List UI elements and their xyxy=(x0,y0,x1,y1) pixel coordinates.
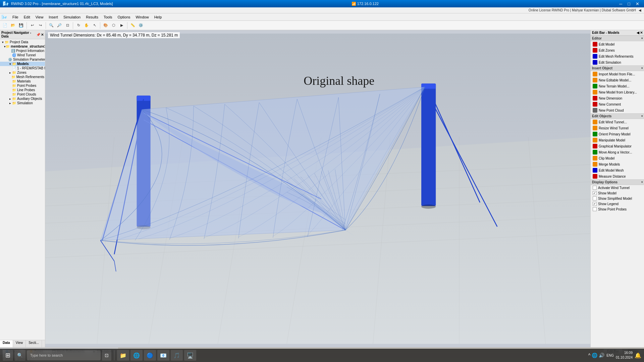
taskbar-edge[interactable]: 🌐 xyxy=(130,350,143,361)
toolbar-select[interactable]: ↖ xyxy=(91,22,98,29)
menu-results[interactable]: Results xyxy=(83,14,101,20)
toolbar-zoom-in[interactable]: 🔍 xyxy=(48,22,55,29)
checkbox-activate-wt[interactable] xyxy=(593,186,597,190)
tree-rfem-model[interactable]: 📄 1 - RFEM/RSTAB Mo xyxy=(0,66,45,70)
toolbar-save[interactable]: 💾 xyxy=(17,22,25,29)
item-edit-simulation[interactable]: Edit Simulation xyxy=(591,59,644,65)
item-import-model[interactable]: Import Model from File... xyxy=(591,71,644,77)
tree-simulation[interactable]: ▸ 📁 Simulation xyxy=(0,101,45,105)
item-edit-model[interactable]: Edit Model xyxy=(591,41,644,47)
tree-models[interactable]: ▾ 📁 Models xyxy=(0,62,45,66)
search-button[interactable]: 🔍 xyxy=(14,350,25,361)
tree-expand-models[interactable]: ▾ xyxy=(8,62,12,66)
item-merge-models[interactable]: Merge Models xyxy=(591,161,644,167)
toolbar-rotate[interactable]: ↻ xyxy=(75,22,82,29)
item-show-point-probes[interactable]: Show Point Probes xyxy=(591,206,644,212)
toolbar-settings[interactable]: ⚙️ xyxy=(137,22,145,29)
panel-arrow-icon[interactable]: ◀ xyxy=(637,31,639,35)
minimize-license-icon[interactable]: ◀ xyxy=(639,8,641,12)
maximize-button[interactable]: □ xyxy=(626,1,632,6)
tree-sim-params[interactable]: ⚙️ Simulation Parameters xyxy=(0,57,45,62)
tab-view[interactable]: View xyxy=(13,340,26,347)
item-activate-wind-tunnel[interactable]: Activate Wind Tunnel xyxy=(591,185,644,190)
tree-point-probes[interactable]: 📁 Point Probes xyxy=(0,83,45,88)
tray-up-arrow[interactable]: ^ xyxy=(588,353,591,358)
toolbar-pan[interactable]: ✋ xyxy=(83,22,90,29)
tree-line-probes[interactable]: 📁 Line Probes xyxy=(0,88,45,92)
tree-materials[interactable]: 📁 Materials xyxy=(0,79,45,83)
toolbar-redo[interactable]: ↪ xyxy=(37,22,44,29)
menu-tools[interactable]: Tools xyxy=(101,14,115,20)
taskbar-chrome[interactable]: 🔵 xyxy=(144,350,156,361)
tree-point-clouds[interactable]: 📁 Point Clouds xyxy=(0,92,45,97)
section-insert-arrow[interactable]: ▾ xyxy=(641,67,643,70)
section-edit-objects-arrow[interactable]: ▾ xyxy=(641,115,643,118)
item-show-legend[interactable]: ✓ Show Legend xyxy=(591,201,644,206)
menu-file[interactable]: File xyxy=(10,14,21,20)
menu-simulation[interactable]: Simulation xyxy=(61,14,83,20)
time-display[interactable]: 16:09 01.10.2024 xyxy=(616,351,633,360)
item-clip-model[interactable]: Clip Model xyxy=(591,155,644,161)
start-button[interactable]: ⊞ xyxy=(3,350,13,361)
tree-aux-objects[interactable]: ▸ 📁 Auxiliary Objects xyxy=(0,97,45,101)
item-new-comment[interactable]: New Comment xyxy=(591,101,644,107)
item-orient-primary-model[interactable]: Orient Primary Model xyxy=(591,131,644,137)
tree-membrane-structure[interactable]: ▾ 📁 membrane_structure1 xyxy=(0,44,45,49)
item-new-editable[interactable]: New Editable Model... xyxy=(591,77,644,83)
panel-close-right-icon[interactable]: ✕ xyxy=(640,31,643,35)
menu-help[interactable]: Help xyxy=(152,14,165,20)
menu-options[interactable]: Options xyxy=(115,14,133,20)
minimize-button[interactable]: ─ xyxy=(617,1,624,6)
menu-insert[interactable]: Insert xyxy=(46,14,61,20)
search-input[interactable] xyxy=(30,353,91,357)
toolbar-fit[interactable]: ⊡ xyxy=(64,22,71,29)
menu-window[interactable]: Window xyxy=(133,14,152,20)
tree-project-data[interactable]: ▾ 📁 Project Data xyxy=(0,40,45,44)
item-edit-mesh-refinements[interactable]: Edit Mesh Refinements xyxy=(591,53,644,59)
taskbar-mail[interactable]: 📧 xyxy=(157,350,169,361)
item-edit-wind-tunnel[interactable]: Edit Wind Tunnel... xyxy=(591,119,644,125)
close-button[interactable]: ✕ xyxy=(634,1,641,6)
tree-wind-tunnel[interactable]: 🌀 Wind Tunnel xyxy=(0,53,45,57)
item-resize-wind-tunnel[interactable]: Resize Wind Tunnel xyxy=(591,125,644,131)
notification-icon[interactable]: 🔔 xyxy=(635,352,641,359)
toolbar-simulate[interactable]: ▶ xyxy=(118,22,125,29)
checkbox-show-simplified[interactable] xyxy=(593,196,597,200)
menu-edit[interactable]: Edit xyxy=(21,14,33,20)
taskbar-app6[interactable]: 🖥️ xyxy=(184,350,196,361)
item-manipulate-model[interactable]: Manipulate Model xyxy=(591,137,644,143)
item-show-model[interactable]: ✓ Show Model xyxy=(591,190,644,196)
item-edit-model-mesh[interactable]: Edit Model Mesh xyxy=(591,167,644,173)
toolbar-open[interactable]: 📂 xyxy=(9,22,17,29)
toolbar-measure[interactable]: 📏 xyxy=(129,22,137,29)
tab-section[interactable]: Secti... xyxy=(26,340,42,347)
toolbar-render[interactable]: 🎨 xyxy=(102,22,109,29)
toolbar-zoom-out[interactable]: 🔎 xyxy=(56,22,63,29)
item-new-point-cloud[interactable]: New Point Cloud xyxy=(591,107,644,113)
menu-view[interactable]: View xyxy=(33,14,46,20)
viewport-canvas[interactable] xyxy=(45,30,590,347)
checkbox-show-model[interactable]: ✓ xyxy=(593,191,597,195)
item-edit-zones[interactable]: Edit Zones xyxy=(591,47,644,53)
checkbox-show-pp[interactable] xyxy=(593,207,597,211)
search-bar[interactable] xyxy=(27,350,101,360)
item-new-terrain[interactable]: New Terrain Model... xyxy=(591,83,644,89)
tree-zones[interactable]: ▸ 📁 Zones xyxy=(0,70,45,75)
item-new-dimension[interactable]: New Dimension xyxy=(591,95,644,101)
checkbox-show-legend[interactable]: ✓ xyxy=(593,202,597,206)
tab-data[interactable]: Data xyxy=(0,340,13,347)
tree-mesh-refinements[interactable]: 📁 Mesh Refinements xyxy=(0,75,45,79)
toolbar-undo[interactable]: ↩ xyxy=(29,22,36,29)
taskbar-explorer[interactable]: 📁 xyxy=(117,350,129,361)
panel-pin-icon[interactable]: 📌 xyxy=(36,33,40,37)
item-show-simplified-model[interactable]: Show Simplified Model xyxy=(591,196,644,201)
toolbar-new[interactable]: 📄 xyxy=(1,22,9,29)
tray-sound-icon[interactable]: 🔊 xyxy=(599,353,604,358)
task-view-button[interactable]: ⊡ xyxy=(102,350,111,361)
item-new-library[interactable]: New Model from Library... xyxy=(591,89,644,95)
tree-project-info[interactable]: ℹ️ Project Information xyxy=(0,49,45,53)
taskbar-app5[interactable]: 🎵 xyxy=(171,350,183,361)
tree-expand-project[interactable]: ▾ xyxy=(1,41,5,44)
item-graphical-manipulator[interactable]: Graphical Manipulator xyxy=(591,143,644,149)
toolbar-mesh[interactable]: ⬡ xyxy=(110,22,117,29)
